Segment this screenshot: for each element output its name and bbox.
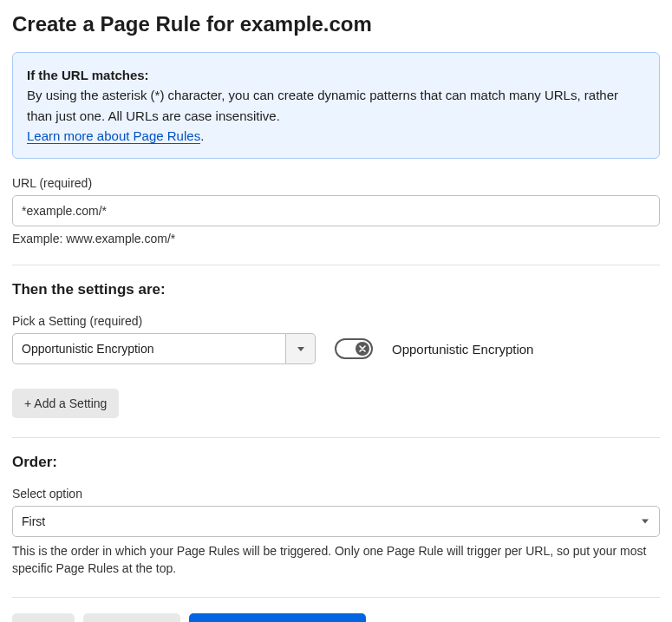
add-setting-button[interactable]: + Add a Setting — [12, 389, 119, 418]
info-box-title: If the URL matches: — [27, 68, 149, 82]
caret-down-icon — [642, 520, 649, 524]
x-icon — [359, 345, 366, 352]
divider — [12, 437, 660, 438]
order-select[interactable]: First — [12, 506, 660, 537]
info-box-body: By using the asterisk (*) character, you… — [27, 88, 618, 122]
opportunistic-encryption-toggle[interactable] — [335, 338, 373, 359]
info-box-trailing: . — [200, 128, 204, 143]
setting-select[interactable]: Opportunistic Encryption — [12, 333, 316, 364]
toggle-knob — [356, 342, 369, 356]
save-draft-button[interactable]: Save as Draft — [83, 613, 181, 622]
divider — [12, 265, 660, 265]
order-select-label: Select option — [12, 487, 660, 501]
setting-select-value: Opportunistic Encryption — [12, 333, 286, 364]
setting-select-button[interactable] — [286, 333, 316, 364]
settings-title: Then the settings are: — [12, 281, 660, 298]
order-select-value: First — [22, 514, 45, 528]
toggle-label: Opportunistic Encryption — [392, 342, 533, 357]
url-example: Example: www.example.com/* — [12, 232, 660, 246]
caret-down-icon — [297, 347, 304, 351]
page-title: Create a Page Rule for example.com — [12, 12, 660, 36]
cancel-button[interactable]: Cancel — [12, 613, 75, 622]
order-title: Order: — [12, 454, 660, 471]
save-deploy-button[interactable]: Save and Deploy Page Rule — [189, 613, 366, 622]
url-input[interactable] — [12, 195, 660, 226]
order-help-text: This is the order in which your Page Rul… — [12, 542, 660, 578]
settings-row: Opportunistic Encryption Opportunistic E… — [12, 333, 660, 364]
url-label: URL (required) — [12, 176, 660, 190]
pick-setting-label: Pick a Setting (required) — [12, 314, 660, 328]
learn-more-link[interactable]: Learn more about Page Rules — [27, 128, 200, 144]
action-bar: Cancel Save as Draft Save and Deploy Pag… — [12, 613, 660, 622]
info-box: If the URL matches: By using the asteris… — [12, 52, 660, 159]
divider — [12, 597, 660, 598]
